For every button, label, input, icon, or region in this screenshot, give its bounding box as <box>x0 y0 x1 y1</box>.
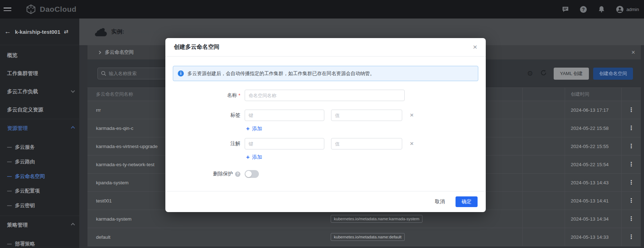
table-row[interactable]: karmada-systemkubernetes.io/metadata.nam… <box>87 210 641 228</box>
sidebar-item-label: 概览 <box>7 52 17 59</box>
modal-header: 创建多云命名空间 × <box>165 38 486 57</box>
add-annotation-link[interactable]: + 添加 <box>246 154 271 161</box>
breadcrumb-chevron-icon[interactable] <box>98 51 101 54</box>
sidebar-item-label: 工作集群管理 <box>7 70 38 77</box>
confirm-button[interactable]: 确定 <box>456 196 478 207</box>
sidebar-item-label: 多云命名空间 <box>15 173 45 180</box>
message-icon[interactable] <box>561 5 569 13</box>
annotation-value-input[interactable] <box>331 138 402 149</box>
sidebar-item-1[interactable]: 工作集群管理 <box>0 64 79 83</box>
sidebar-item-10[interactable]: 策略管理 <box>0 216 79 234</box>
row-actions: ⋮ <box>621 155 641 173</box>
created-time: 2024-06-13 17:17 <box>565 101 621 119</box>
row-actions: ⋮ <box>621 174 641 191</box>
sidebar-item-5[interactable]: 多云服务 <box>0 140 79 154</box>
row-actions: ⋮ <box>621 101 641 119</box>
help-icon[interactable]: ? <box>580 5 587 13</box>
kebab-menu-icon[interactable]: ⋮ <box>628 107 634 113</box>
sidebar-item-3[interactable]: 多云自定义资源 <box>0 101 79 119</box>
row-actions: ⋮ <box>621 192 641 210</box>
create-namespace-button[interactable]: 创建命名空间 <box>593 68 633 80</box>
sidebar-instance-header: ← k-kairship-test001 ⇄ <box>0 19 79 45</box>
sidebar-item-6[interactable]: 多云路由 <box>0 154 79 169</box>
remove-annotation-row-icon[interactable]: × <box>410 140 414 147</box>
search-icon <box>101 71 106 76</box>
sidebar-item-label: 资源管理 <box>7 125 28 132</box>
sidebar-item-4[interactable]: 资源管理 <box>0 119 79 137</box>
annotations-label: 注解 <box>165 141 245 147</box>
sidebar-item-label: 多云密钥 <box>15 202 35 209</box>
gear-icon[interactable]: ⚙ <box>527 69 533 78</box>
kebab-menu-icon[interactable]: ⋮ <box>628 234 634 240</box>
topbar-right: ? admin <box>551 5 644 13</box>
panel-close-icon[interactable]: × <box>631 49 636 56</box>
modal-close-icon[interactable]: × <box>473 43 477 51</box>
info-icon: i <box>178 70 184 76</box>
switch-instance-icon[interactable]: ⇄ <box>64 28 69 35</box>
sidebar-item-label: 策略管理 <box>7 222 28 228</box>
kebab-menu-icon[interactable]: ⋮ <box>628 180 634 185</box>
namespace-tags: kubernetes.io/metadata.name:karmada-syst… <box>327 210 523 228</box>
created-time: 2024-05-13 14:43 <box>565 174 621 191</box>
sidebar-item-9[interactable]: 多云密钥 <box>0 198 79 213</box>
namespace-name: karmada-system <box>87 216 327 222</box>
kebab-menu-icon[interactable]: ⋮ <box>628 162 634 167</box>
sidebar-item-label: 多云服务 <box>15 144 35 151</box>
annotation-key-input[interactable] <box>245 138 324 149</box>
created-time: 2024-05-22 15:55 <box>565 137 621 155</box>
namespace-name: default <box>87 234 327 240</box>
cloud-icon <box>94 27 107 36</box>
delete-protection-toggle[interactable] <box>245 170 259 178</box>
created-time: 2024-05-22 15:54 <box>565 155 621 173</box>
sidebar-menu: 概览工作集群管理多云工作负载多云自定义资源资源管理多云服务多云路由多云命名空间多… <box>0 45 79 248</box>
chevron-up-icon <box>71 126 75 130</box>
hamburger-menu-icon[interactable] <box>4 6 12 13</box>
tag-chip: kubernetes.io/metadata.name:default <box>331 233 405 241</box>
sidebar-item-label: 多云配置项 <box>15 188 40 194</box>
topbar: DaoCloud ? admin <box>0 0 644 19</box>
namespace-tags: kubernetes.io/metadata.name:default <box>327 228 523 246</box>
yaml-create-button[interactable]: YAML 创建 <box>554 68 589 80</box>
created-time: 2024-05-13 14:41 <box>565 192 621 210</box>
table-row[interactable]: defaultkubernetes.io/metadata.name:defau… <box>87 228 641 246</box>
refresh-icon[interactable] <box>540 69 547 78</box>
annotations-field-row: 注解 × <box>165 138 486 149</box>
kebab-menu-icon[interactable]: ⋮ <box>628 198 634 204</box>
back-arrow-icon[interactable]: ← <box>4 28 11 36</box>
chevron-up-icon <box>71 223 75 227</box>
kebab-menu-icon[interactable]: ⋮ <box>628 143 634 149</box>
daocloud-cube-icon <box>26 4 36 15</box>
kebab-menu-icon[interactable]: ⋮ <box>628 125 634 131</box>
created-time: 2024-05-13 14:34 <box>565 210 621 228</box>
sidebar-item-2[interactable]: 多云工作负载 <box>0 83 79 101</box>
row-actions: ⋮ <box>621 137 641 155</box>
sidebar-item-11[interactable]: 部署策略 <box>0 237 79 248</box>
sidebar-item-0[interactable]: 概览 <box>0 46 79 64</box>
modal-title: 创建多云命名空间 <box>174 43 219 51</box>
dash-icon <box>7 147 12 148</box>
sidebar-item-8[interactable]: 多云配置项 <box>0 184 79 198</box>
username[interactable]: admin <box>627 7 639 12</box>
sidebar-instance-name: k-kairship-test001 <box>15 29 60 35</box>
column-header-time: 创建时间 <box>565 88 621 101</box>
namespace-name-input[interactable] <box>245 90 405 101</box>
breadcrumb: 多云命名空间 <box>105 49 134 56</box>
sidebar-item-label: 多云路由 <box>15 159 35 165</box>
dash-icon <box>7 176 12 177</box>
label-key-input[interactable] <box>245 110 324 121</box>
kebab-menu-icon[interactable]: ⋮ <box>628 216 634 222</box>
delete-protection-row: 删除保护 ? <box>165 170 486 178</box>
help-tooltip-icon[interactable]: ? <box>235 172 240 177</box>
created-time: 2024-05-22 15:58 <box>565 119 621 137</box>
add-label-link[interactable]: + 添加 <box>246 125 271 132</box>
remove-label-row-icon[interactable]: × <box>410 112 414 119</box>
dash-icon <box>7 191 12 191</box>
sidebar-item-7[interactable]: 多云命名空间 <box>0 169 79 184</box>
avatar-icon[interactable] <box>616 5 624 13</box>
instance-label: 实例: <box>111 28 124 36</box>
label-value-input[interactable] <box>331 110 402 121</box>
info-alert-text: 多云资源创建后，会自动传播指定的工作集群，如工作集群已存在同名资源会自动纳管。 <box>187 70 375 77</box>
sidebar-item-label: 多云工作负载 <box>7 88 38 95</box>
bell-icon[interactable] <box>598 5 606 13</box>
cancel-button[interactable]: 取消 <box>435 199 445 205</box>
